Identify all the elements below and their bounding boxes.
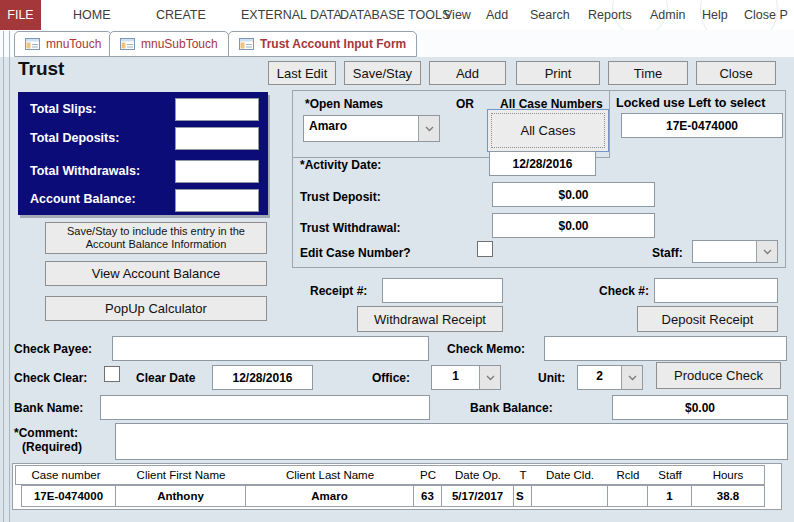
staff-dropdown[interactable] — [692, 240, 778, 263]
window-edge-line — [3, 31, 4, 522]
comment-label: *Comment: — [14, 426, 78, 440]
withdrawal-receipt-button[interactable]: Withdrawal Receipt — [357, 306, 503, 332]
chevron-down-icon[interactable] — [756, 241, 777, 262]
chevron-down-icon[interactable] — [418, 116, 439, 141]
total-deposits-label: Total Deposits: — [30, 131, 119, 145]
table-row[interactable]: 17E-0474000 Anthony Amaro 63 5/17/2017 S… — [21, 485, 765, 507]
col-header-pc[interactable]: PC — [414, 466, 442, 484]
col-header-client-last-name[interactable]: Client Last Name — [246, 466, 414, 484]
cell-hours[interactable]: 38.8 — [692, 486, 764, 506]
deposit-receipt-button[interactable]: Deposit Receipt — [637, 306, 778, 332]
check-clear-label: Check Clear: — [14, 371, 87, 385]
ribbon-tab-external-data[interactable]: EXTERNAL DATA — [241, 0, 341, 30]
col-header-t[interactable]: T — [514, 466, 532, 484]
tab-mnutouch[interactable]: mnuTouch — [14, 31, 112, 57]
activity-date-field[interactable] — [489, 151, 596, 176]
total-slips-field[interactable] — [175, 98, 259, 121]
tab-mnusubtouch[interactable]: mnuSubTouch — [109, 31, 229, 57]
trust-withdrawal-field[interactable] — [492, 213, 655, 238]
office-label: Office: — [372, 371, 410, 385]
open-names-dropdown[interactable]: Amaro — [303, 115, 440, 142]
office-dropdown[interactable]: 1 — [431, 365, 501, 390]
col-header-date-op[interactable]: Date Op. — [442, 466, 514, 484]
cell-staff[interactable]: 1 — [648, 486, 692, 506]
cell-case-number[interactable]: 17E-0474000 — [22, 486, 116, 506]
page-title: Trust — [18, 58, 64, 80]
unit-dropdown[interactable]: 2 — [577, 365, 643, 390]
chevron-down-icon[interactable] — [479, 366, 500, 389]
view-account-balance-button[interactable]: View Account Balance — [45, 261, 267, 286]
check-memo-field[interactable] — [544, 336, 787, 361]
col-header-rcld[interactable]: Rcld — [608, 466, 648, 484]
save-stay-note-button[interactable]: Save/Stay to include this entry in the A… — [45, 222, 267, 254]
case-table: Case number Client First Name Client Las… — [12, 463, 782, 510]
check-payee-label: Check Payee: — [14, 342, 92, 356]
locked-case-number-field[interactable] — [621, 113, 783, 138]
staff-label: Staff: — [652, 246, 683, 260]
cell-pc[interactable]: 63 — [414, 486, 442, 506]
ribbon-tab-admin[interactable]: Admin — [650, 0, 685, 30]
cell-date-cld[interactable] — [532, 486, 608, 506]
window-edge-line — [9, 31, 10, 522]
tab-label: Trust Account Input Form — [260, 37, 406, 51]
account-balance-field[interactable] — [175, 189, 259, 212]
ribbon-tab-view[interactable]: View — [444, 0, 471, 30]
ribbon-tab-add[interactable]: Add — [486, 0, 508, 30]
check-number-field[interactable] — [654, 278, 778, 303]
col-header-hours[interactable]: Hours — [692, 466, 764, 484]
bank-name-label: Bank Name: — [14, 401, 83, 415]
ribbon-tab-reports[interactable]: Reports — [588, 0, 632, 30]
chevron-down-icon[interactable] — [621, 366, 642, 389]
col-header-staff[interactable]: Staff — [648, 466, 692, 484]
clear-date-field[interactable] — [212, 365, 313, 390]
print-button[interactable]: Print — [516, 61, 600, 85]
receipt-number-field[interactable] — [382, 278, 503, 303]
check-number-label: Check #: — [599, 284, 649, 298]
open-names-label: *Open Names — [305, 97, 383, 111]
save-stay-button[interactable]: Save/Stay — [344, 61, 421, 85]
cell-date-op[interactable]: 5/17/2017 — [442, 486, 514, 506]
total-deposits-field[interactable] — [175, 127, 259, 150]
col-header-date-cld[interactable]: Date Cld. — [532, 466, 608, 484]
file-tab[interactable]: FILE — [0, 0, 41, 30]
ribbon-tab-home[interactable]: HOME — [73, 0, 111, 30]
cell-client-first-name[interactable]: Anthony — [116, 486, 246, 506]
tab-label: mnuTouch — [46, 37, 101, 51]
col-header-client-first-name[interactable]: Client First Name — [116, 466, 246, 484]
bank-balance-field[interactable] — [612, 395, 788, 420]
tab-trust-account-input-form[interactable]: Trust Account Input Form — [228, 31, 417, 57]
cell-t[interactable]: S — [514, 486, 532, 506]
bank-name-field[interactable] — [100, 395, 430, 420]
comment-field[interactable] — [115, 423, 788, 460]
popup-calculator-button[interactable]: PopUp Calculator — [45, 296, 267, 321]
bank-balance-label: Bank Balance: — [470, 401, 553, 415]
activity-date-label: *Activity Date: — [300, 158, 381, 172]
cell-client-last-name[interactable]: Amaro — [246, 486, 414, 506]
close-button[interactable]: Close — [696, 61, 776, 85]
add-button[interactable]: Add — [429, 61, 506, 85]
ribbon-tab-search[interactable]: Search — [530, 0, 570, 30]
ribbon-tab-create[interactable]: CREATE — [156, 0, 206, 30]
last-edit-button[interactable]: Last Edit — [268, 61, 336, 85]
comment-required-label: (Required) — [22, 440, 82, 454]
ribbon-tab-help[interactable]: Help — [702, 0, 728, 30]
cell-rcld[interactable] — [608, 486, 648, 506]
form-icon — [120, 38, 135, 50]
check-payee-field[interactable] — [112, 336, 429, 361]
access-window: FILE HOME CREATE EXTERNAL DATA DATABASE … — [0, 0, 794, 522]
trust-deposit-field[interactable] — [492, 182, 655, 207]
col-header-case-number[interactable]: Case number — [16, 466, 116, 484]
ribbon-tab-database-tools[interactable]: DATABASE TOOLS — [340, 0, 450, 30]
produce-check-button[interactable]: Produce Check — [656, 362, 781, 389]
time-button[interactable]: Time — [608, 61, 688, 85]
total-withdrawals-label: Total Withdrawals: — [30, 164, 140, 178]
unit-label: Unit: — [538, 371, 565, 385]
edit-case-number-checkbox[interactable] — [477, 241, 493, 257]
ribbon-tab-close-program[interactable]: Close P — [744, 0, 788, 30]
tab-label: mnuSubTouch — [141, 37, 218, 51]
all-cases-button[interactable]: All Cases — [487, 109, 609, 152]
ribbon-bar: FILE HOME CREATE EXTERNAL DATA DATABASE … — [0, 0, 794, 30]
receipt-number-label: Receipt #: — [310, 284, 367, 298]
total-withdrawals-field[interactable] — [175, 160, 259, 183]
check-clear-checkbox[interactable] — [104, 366, 120, 382]
